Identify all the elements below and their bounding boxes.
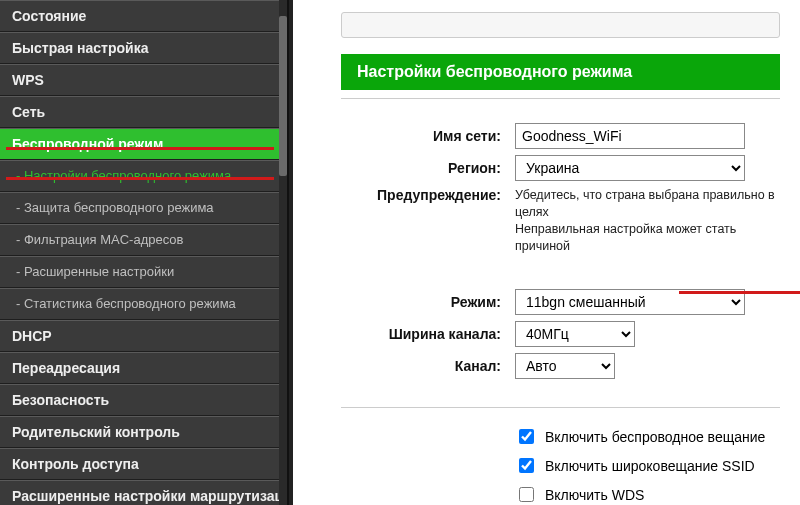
annotation-underline [6, 177, 274, 180]
sidebar-item-network[interactable]: Сеть [0, 96, 287, 128]
sidebar-item-status[interactable]: Состояние [0, 0, 287, 32]
section-rule [341, 98, 780, 99]
label-mode: Режим: [341, 294, 501, 310]
sidebar-item-wl-macfilter[interactable]: - Фильтрация MAC-адресов [0, 224, 287, 256]
label-channel-width: Ширина канала: [341, 326, 501, 342]
enable-ssid-bc-label: Включить широковещание SSID [545, 458, 755, 474]
section-rule [341, 407, 780, 408]
sidebar-scrollbar[interactable] [279, 0, 287, 505]
region-select[interactable]: Украина [515, 155, 745, 181]
sidebar-item-dhcp[interactable]: DHCP [0, 320, 287, 352]
sidebar-item-wl-security[interactable]: - Защита беспроводного режима [0, 192, 287, 224]
ssid-input[interactable] [515, 123, 745, 149]
sidebar-item-parental[interactable]: Родительский контроль [0, 416, 287, 448]
scrollbar-thumb[interactable] [279, 16, 287, 176]
sidebar-item-forwarding[interactable]: Переадресация [0, 352, 287, 384]
sidebar-item-routing[interactable]: Расширенные настройки маршрутизации [0, 480, 287, 505]
checkbox-row-enable-wireless: Включить беспроводное вещание [515, 426, 780, 447]
label-ssid: Имя сети: [341, 128, 501, 144]
checkbox-row-enable-ssid-bc: Включить широковещание SSID [515, 455, 780, 476]
sidebar-item-wl-advanced[interactable]: - Расширенные настройки [0, 256, 287, 288]
enable-wds-label: Включить WDS [545, 487, 644, 503]
enable-wireless-label: Включить беспроводное вещание [545, 429, 765, 445]
main-content: Настройки беспроводного режима Имя сети:… [293, 0, 800, 505]
sidebar-item-wl-stats[interactable]: - Статистика беспроводного режима [0, 288, 287, 320]
section-title: Настройки беспроводного режима [341, 54, 780, 90]
channel-width-select[interactable]: 40МГц [515, 321, 635, 347]
sidebar-item-security[interactable]: Безопасность [0, 384, 287, 416]
sidebar-item-quick-setup[interactable]: Быстрая настройка [0, 32, 287, 64]
sidebar-item-access[interactable]: Контроль доступа [0, 448, 287, 480]
sidebar-item-wps[interactable]: WPS [0, 64, 287, 96]
annotation-underline-mode [679, 291, 800, 294]
enable-ssid-bc-checkbox[interactable] [519, 458, 534, 473]
enable-wireless-checkbox[interactable] [519, 429, 534, 444]
checkbox-row-enable-wds: Включить WDS [515, 484, 780, 505]
sidebar-item-wireless[interactable]: Беспроводной режим [0, 128, 287, 160]
label-region: Регион: [341, 160, 501, 176]
channel-select[interactable]: Авто [515, 353, 615, 379]
label-warning: Предупреждение: [341, 187, 501, 203]
sidebar-item-wl-settings[interactable]: - Настройки беспроводного режима [0, 160, 287, 192]
warning-text: Убедитесь, что страна выбрана правильно … [515, 187, 780, 255]
enable-wds-checkbox[interactable] [519, 487, 534, 502]
wireless-settings-form: Имя сети: Регион: Украина Предупреждение… [341, 123, 780, 379]
sidebar: Состояние Быстрая настройка WPS Сеть Бес… [0, 0, 289, 505]
label-channel: Канал: [341, 358, 501, 374]
annotation-underline [6, 147, 274, 150]
header-placeholder [341, 12, 780, 38]
